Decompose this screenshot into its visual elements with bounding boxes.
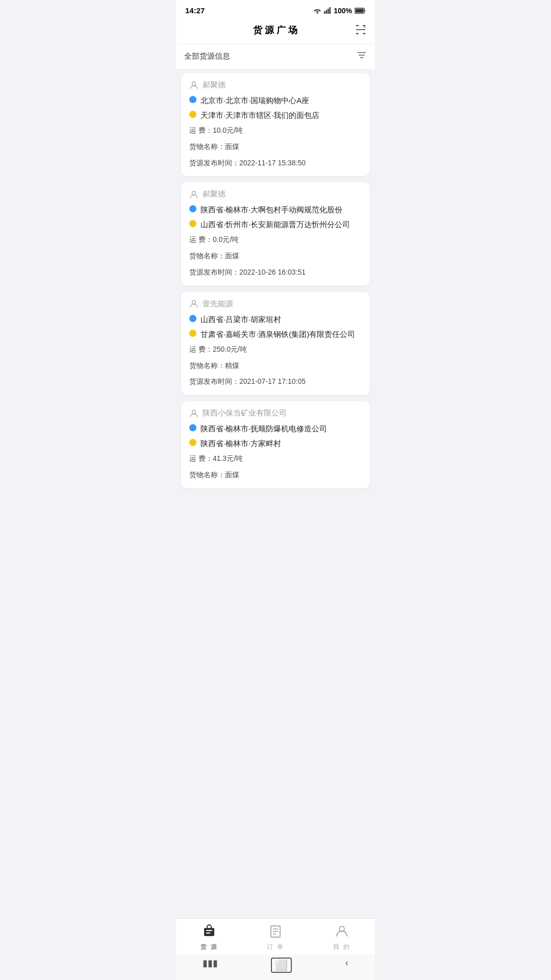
- svg-point-14: [192, 410, 196, 413]
- origin-dot-2: [189, 205, 196, 212]
- card-user-1: 郝聚德: [189, 80, 362, 90]
- recent-gesture[interactable]: ‹: [345, 958, 348, 973]
- status-icons: 100%: [313, 7, 366, 15]
- tab-goods[interactable]: 货 源: [194, 924, 224, 951]
- card-list: 郝聚德 北京市·北京市·国瑞购物中心A座 天津市·天津市市辖区·我们的面包店 运…: [176, 73, 375, 535]
- goods-3: 货物名称：精煤: [189, 360, 362, 372]
- user-icon-4: [189, 409, 198, 418]
- home-gesture[interactable]: ⬜: [271, 958, 292, 973]
- svg-point-12: [192, 191, 196, 194]
- goods-1: 货物名称：面煤: [189, 141, 362, 153]
- origin-text-3: 山西省·吕梁市·胡家垣村: [201, 314, 281, 325]
- origin-row-1: 北京市·北京市·国瑞购物中心A座: [189, 95, 362, 106]
- card-user-2: 郝聚德: [189, 189, 362, 199]
- filter-label: 全部货源信息: [184, 52, 230, 61]
- system-gesture-bar: ▮▮▮ ⬜ ‹: [176, 954, 375, 980]
- freight-4: 运 费：41.3元/吨: [189, 453, 362, 465]
- svg-rect-17: [206, 933, 210, 934]
- goods-2: 货物名称：面煤: [189, 250, 362, 262]
- tab-mine-label: 我 的: [333, 943, 350, 951]
- tab-orders-label: 订 单: [267, 943, 284, 951]
- publish-time-1: 货源发布时间：2022-11-17 15:38:50: [189, 157, 362, 169]
- page-header: 货 源 广 场: [176, 19, 375, 44]
- dest-row-2: 山西省·忻州市·长安新能源晋万达忻州分公司: [189, 219, 362, 230]
- origin-text-4: 陕西省·榆林市·抚顺防爆机电修造公司: [201, 423, 327, 434]
- svg-rect-3: [328, 9, 329, 14]
- freight-3: 运 费：250.0元/吨: [189, 344, 362, 356]
- tab-mine[interactable]: 我 的: [327, 924, 357, 951]
- dest-row-4: 陕西省·榆林市·方家畔村: [189, 438, 362, 449]
- svg-rect-16: [206, 930, 212, 931]
- dest-row-1: 天津市·天津市市辖区·我们的面包店: [189, 110, 362, 120]
- dest-row-3: 甘肃省·嘉峪关市·酒泉钢铁(集团)有限责任公司: [189, 329, 362, 339]
- bottom-navigation: 货 源 订 单 我 的 ▮▮▮: [176, 918, 375, 980]
- origin-dot-4: [189, 424, 196, 431]
- dest-dot-4: [189, 439, 196, 446]
- page-title: 货 源 广 场: [253, 25, 297, 35]
- svg-rect-1: [324, 11, 325, 14]
- freight-1: 运 费：10.0元/吨: [189, 125, 362, 137]
- dest-text-3: 甘肃省·嘉峪关市·酒泉钢铁(集团)有限责任公司: [201, 329, 355, 339]
- user-icon-3: [189, 299, 198, 308]
- back-gesture[interactable]: ▮▮▮: [203, 958, 218, 973]
- status-time: 14:27: [185, 6, 205, 15]
- filter-icon[interactable]: [357, 50, 367, 63]
- card-user-3: 壹先能源: [189, 299, 362, 309]
- dest-dot-1: [189, 111, 196, 118]
- tab-bar: 货 源 订 单 我 的: [176, 918, 375, 954]
- origin-row-2: 陕西省·榆林市·大啊包村手动阀规范化股份: [189, 204, 362, 215]
- dest-text-2: 山西省·忻州市·长安新能源晋万达忻州分公司: [201, 219, 350, 230]
- svg-rect-2: [326, 10, 328, 14]
- origin-dot-1: [189, 96, 196, 103]
- origin-row-3: 山西省·吕梁市·胡家垣村: [189, 314, 362, 325]
- orders-tab-icon: [268, 924, 283, 941]
- svg-rect-15: [204, 928, 214, 936]
- svg-point-0: [317, 12, 318, 13]
- cargo-card-2[interactable]: 郝聚德 陕西省·榆林市·大啊包村手动阀规范化股份 山西省·忻州市·长安新能源晋万…: [181, 182, 370, 285]
- svg-point-13: [192, 301, 196, 304]
- origin-row-4: 陕西省·榆林市·抚顺防爆机电修造公司: [189, 423, 362, 434]
- goods-4: 货物名称：面煤: [189, 469, 362, 481]
- freight-2: 运 费：0.0元/吨: [189, 234, 362, 246]
- user-icon-2: [189, 190, 198, 199]
- card-username-3: 壹先能源: [203, 299, 233, 309]
- signal-icon: [324, 7, 331, 14]
- svg-rect-6: [356, 9, 364, 12]
- mine-tab-icon: [335, 924, 349, 941]
- card-user-4: 陕西小保当矿业有限公司: [189, 408, 362, 418]
- user-icon-1: [189, 81, 198, 90]
- status-bar: 14:27 100%: [176, 0, 375, 19]
- publish-time-3: 货源发布时间：2021-07-17 17:10:05: [189, 376, 362, 388]
- goods-tab-icon: [202, 924, 216, 941]
- battery-icon: [355, 8, 366, 14]
- card-username-4: 陕西小保当矿业有限公司: [203, 408, 287, 418]
- origin-text-2: 陕西省·榆林市·大啊包村手动阀规范化股份: [201, 204, 342, 215]
- cargo-card-1[interactable]: 郝聚德 北京市·北京市·国瑞购物中心A座 天津市·天津市市辖区·我们的面包店 运…: [181, 73, 370, 176]
- tab-goods-label: 货 源: [201, 943, 217, 951]
- svg-point-11: [192, 82, 196, 85]
- battery-percent: 100%: [334, 7, 352, 15]
- scan-icon[interactable]: [355, 23, 367, 39]
- origin-text-1: 北京市·北京市·国瑞购物中心A座: [201, 95, 309, 106]
- dest-text-1: 天津市·天津市市辖区·我们的面包店: [201, 110, 319, 120]
- tab-orders[interactable]: 订 单: [260, 924, 291, 951]
- wifi-icon: [313, 8, 321, 14]
- publish-time-2: 货源发布时间：2022-10-26 16:03:51: [189, 266, 362, 279]
- card-username-1: 郝聚德: [203, 80, 226, 90]
- dest-dot-2: [189, 220, 196, 227]
- filter-bar: 全部货源信息: [176, 44, 375, 69]
- svg-rect-4: [330, 7, 331, 14]
- dest-dot-3: [189, 330, 196, 337]
- card-username-2: 郝聚德: [203, 189, 226, 199]
- cargo-card-4[interactable]: 陕西小保当矿业有限公司 陕西省·榆林市·抚顺防爆机电修造公司 陕西省·榆林市·方…: [181, 401, 370, 488]
- dest-text-4: 陕西省·榆林市·方家畔村: [201, 438, 281, 449]
- origin-dot-3: [189, 315, 196, 322]
- cargo-card-3[interactable]: 壹先能源 山西省·吕梁市·胡家垣村 甘肃省·嘉峪关市·酒泉钢铁(集团)有限责任公…: [181, 292, 370, 395]
